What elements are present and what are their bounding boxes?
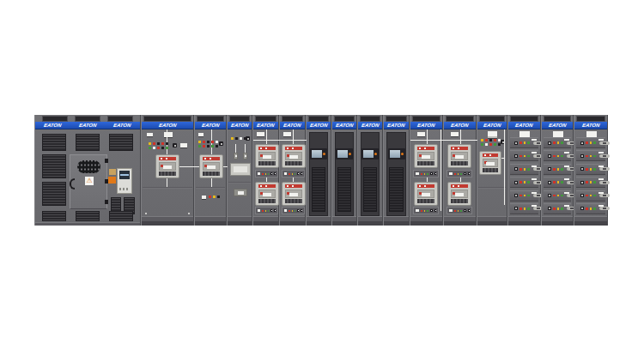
mcc-bucket[interactable] [576, 164, 605, 175]
strip-label [449, 209, 453, 212]
pushbutton[interactable] [301, 172, 302, 175]
drive-door[interactable] [386, 132, 406, 216]
mcc-bucket[interactable] [576, 137, 605, 148]
air-circuit-breaker[interactable] [155, 154, 179, 178]
pushbutton[interactable] [430, 209, 432, 212]
top-vent-panel [412, 116, 440, 122]
unit-pushbutton[interactable] [580, 141, 584, 145]
mcc-bucket[interactable] [544, 203, 571, 214]
air-circuit-breaker[interactable] [447, 182, 471, 206]
unit-disconnect-handle[interactable] [599, 207, 610, 210]
air-circuit-breaker[interactable] [199, 154, 223, 178]
mcc-bucket[interactable] [510, 177, 538, 188]
pushbutton[interactable] [270, 172, 272, 175]
pushbutton[interactable] [219, 141, 223, 146]
air-circuit-breaker[interactable] [255, 144, 279, 168]
display-button[interactable] [401, 153, 404, 155]
pushbutton[interactable] [430, 172, 432, 175]
unit-pushbutton[interactable] [580, 194, 584, 197]
air-circuit-breaker[interactable] [447, 144, 471, 168]
indicator-light-yellow [524, 155, 526, 158]
unit-pushbutton[interactable] [580, 167, 584, 171]
air-circuit-breaker[interactable] [414, 144, 438, 168]
unit-disconnect-handle[interactable] [599, 154, 610, 158]
door-pull-handle[interactable] [70, 178, 75, 190]
unit-disconnect-handle[interactable] [599, 181, 610, 184]
drive-display[interactable] [310, 148, 327, 159]
air-circuit-breaker[interactable] [255, 182, 279, 206]
drive-display[interactable] [361, 148, 379, 159]
unit-pushbutton[interactable] [514, 167, 518, 171]
brand-logo: EATON [417, 123, 436, 128]
unit-label [532, 205, 537, 207]
air-circuit-breaker[interactable] [479, 151, 501, 175]
unit-pushbutton[interactable] [548, 167, 551, 171]
mcc-bucket[interactable] [544, 137, 571, 148]
drive-door[interactable] [361, 132, 380, 216]
mcc-bucket[interactable] [576, 150, 605, 161]
pushbutton[interactable] [274, 172, 276, 175]
unit-pushbutton[interactable] [580, 154, 584, 158]
brand-stripe: EATON [384, 122, 409, 129]
display-screen [312, 150, 322, 158]
mcc-bucket[interactable] [576, 177, 605, 188]
mcc-bucket[interactable] [510, 137, 538, 148]
unit-pushbutton[interactable] [514, 181, 518, 184]
pushbutton[interactable] [297, 172, 299, 175]
air-circuit-breaker[interactable] [282, 182, 306, 206]
mcc-bucket[interactable] [510, 164, 538, 175]
unit-pushbutton[interactable] [580, 207, 584, 210]
pushbutton[interactable] [301, 209, 302, 212]
unit-pushbutton[interactable] [514, 207, 518, 210]
pushbutton[interactable] [468, 172, 470, 175]
display-button[interactable] [349, 153, 351, 155]
mcc-bucket[interactable] [544, 150, 571, 161]
mcc-bucket[interactable] [576, 203, 605, 214]
unit-pushbutton[interactable] [548, 181, 551, 184]
mcc-bucket[interactable] [544, 177, 571, 188]
pushbutton[interactable] [274, 209, 276, 212]
mcc-bucket[interactable] [510, 190, 538, 202]
unit-pushbutton[interactable] [548, 154, 551, 158]
unit-pushbutton[interactable] [514, 154, 518, 158]
cabinet-door[interactable]: ⚠ [70, 154, 107, 209]
air-circuit-breaker[interactable] [414, 182, 438, 206]
breaker-vent [203, 172, 220, 176]
pushbutton[interactable] [270, 209, 272, 212]
drive-display[interactable] [388, 148, 405, 159]
indicator-cluster [149, 142, 168, 149]
air-circuit-breaker[interactable] [282, 144, 306, 168]
unit-pushbutton[interactable] [514, 141, 518, 145]
pushbutton[interactable] [297, 209, 299, 212]
pushbutton[interactable] [434, 209, 436, 212]
section-mcc-2: EATON [541, 115, 574, 226]
mcc-bucket[interactable] [544, 164, 571, 175]
unit-pushbutton[interactable] [514, 194, 518, 197]
unit-pushbutton[interactable] [580, 181, 584, 184]
unit-pushbutton[interactable] [548, 207, 551, 210]
pushbutton[interactable] [468, 209, 470, 212]
mcc-bucket[interactable] [510, 150, 538, 161]
unit-disconnect-handle[interactable] [599, 194, 610, 197]
display-button[interactable] [323, 153, 325, 155]
drive-door[interactable] [335, 132, 354, 216]
unit-pushbutton[interactable] [548, 194, 551, 197]
pushbutton[interactable] [464, 209, 465, 212]
pushbutton[interactable] [464, 172, 465, 175]
mcc-bucket[interactable] [576, 190, 605, 202]
display-button[interactable] [374, 153, 377, 155]
unit-disconnect-handle[interactable] [599, 141, 610, 145]
unit-pushbutton[interactable] [548, 141, 551, 145]
drive-door[interactable] [309, 132, 328, 216]
strip-label [416, 209, 419, 212]
pushbutton[interactable] [173, 143, 177, 147]
mcc-bucket[interactable] [510, 203, 538, 214]
meter-buttons[interactable] [119, 188, 130, 190]
unit-disconnect-handle[interactable] [599, 167, 610, 171]
mcc-bucket[interactable] [544, 190, 571, 202]
unit-label [564, 139, 569, 141]
brand-stripe: EATON [508, 122, 540, 129]
pushbutton[interactable] [434, 172, 436, 175]
digital-meter[interactable] [117, 168, 132, 194]
drive-display[interactable] [336, 148, 353, 159]
